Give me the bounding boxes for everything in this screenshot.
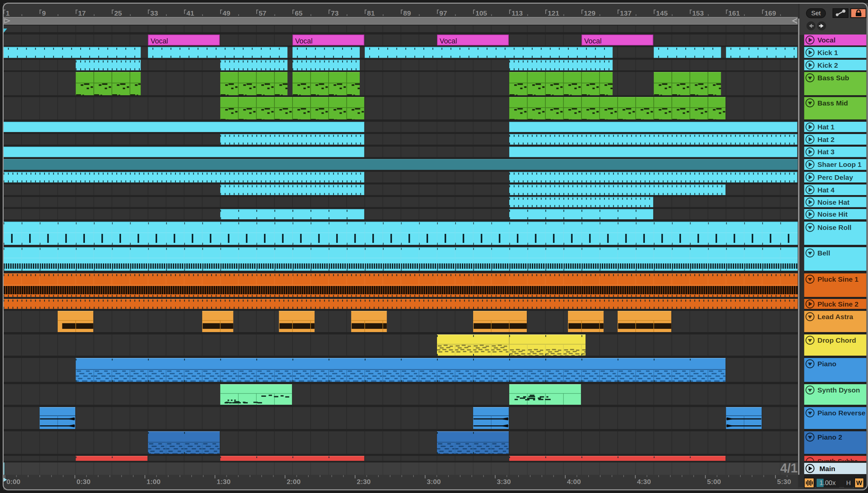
svg-text:Hat 2: Hat 2 xyxy=(818,136,835,143)
svg-text:Piano 2: Piano 2 xyxy=(818,433,843,441)
svg-text:49: 49 xyxy=(223,9,230,17)
svg-text:Hat 3: Hat 3 xyxy=(818,148,835,156)
svg-text:Vocal: Vocal xyxy=(818,36,836,44)
svg-text:105: 105 xyxy=(476,9,487,17)
svg-text:9: 9 xyxy=(42,9,46,17)
svg-text:33: 33 xyxy=(150,9,158,17)
svg-text:Kick 2: Kick 2 xyxy=(818,61,838,69)
svg-text:25: 25 xyxy=(114,9,122,17)
svg-text:0:00: 0:00 xyxy=(7,478,21,485)
svg-text:Hat 1: Hat 1 xyxy=(818,123,835,131)
svg-text:97: 97 xyxy=(439,9,447,17)
svg-text:Shaer Loop 1: Shaer Loop 1 xyxy=(818,160,862,168)
svg-text:Pluck Sine 2: Pluck Sine 2 xyxy=(818,300,859,308)
svg-text:2:00: 2:00 xyxy=(287,478,301,485)
svg-text:17: 17 xyxy=(78,9,86,17)
svg-text:Vocal: Vocal xyxy=(295,37,313,45)
svg-text:121: 121 xyxy=(548,9,559,17)
svg-text:Vocal: Vocal xyxy=(440,37,457,45)
svg-text:H: H xyxy=(846,479,851,486)
svg-text:Kick 1: Kick 1 xyxy=(818,49,838,57)
svg-text:41: 41 xyxy=(186,9,194,17)
svg-text:81: 81 xyxy=(367,9,375,17)
svg-text:1:00: 1:00 xyxy=(146,478,160,485)
svg-text:Synth Dyson: Synth Dyson xyxy=(818,386,860,394)
svg-text:Noise Hat: Noise Hat xyxy=(818,198,850,206)
svg-text:Vocal: Vocal xyxy=(584,37,602,45)
svg-text:65: 65 xyxy=(295,9,303,17)
svg-text:Vocal: Vocal xyxy=(151,37,168,45)
svg-text:5:30: 5:30 xyxy=(777,478,791,485)
svg-text:4:00: 4:00 xyxy=(567,478,581,485)
svg-text:5:00: 5:00 xyxy=(707,478,721,485)
svg-text:1.00x: 1.00x xyxy=(820,479,836,486)
svg-text:153: 153 xyxy=(692,9,704,17)
svg-text:Piano Reverse: Piano Reverse xyxy=(818,409,866,417)
svg-text:Hat 4: Hat 4 xyxy=(818,186,835,194)
svg-text:Bass Sub: Bass Sub xyxy=(818,74,849,82)
svg-text:3:00: 3:00 xyxy=(427,478,441,485)
svg-text:137: 137 xyxy=(620,9,632,17)
svg-text:4:30: 4:30 xyxy=(637,478,651,485)
svg-text:113: 113 xyxy=(511,9,523,17)
svg-text:161: 161 xyxy=(728,9,740,17)
svg-text:Bell: Bell xyxy=(818,249,830,257)
svg-text:Noise Hit: Noise Hit xyxy=(818,210,848,218)
svg-text:Pluck Sine 1: Pluck Sine 1 xyxy=(818,275,859,283)
svg-text:0:30: 0:30 xyxy=(76,478,91,485)
svg-text:Main: Main xyxy=(820,465,836,472)
svg-text:169: 169 xyxy=(764,9,776,17)
svg-text:129: 129 xyxy=(584,9,595,17)
svg-text:57: 57 xyxy=(259,9,266,17)
svg-text:4/1: 4/1 xyxy=(780,461,798,475)
svg-text:3:30: 3:30 xyxy=(497,478,511,485)
svg-text:Set: Set xyxy=(811,9,821,17)
svg-text:Perc Delay: Perc Delay xyxy=(818,173,853,181)
svg-text:89: 89 xyxy=(403,9,411,17)
svg-text:73: 73 xyxy=(331,9,339,17)
svg-text:Drop Chord: Drop Chord xyxy=(818,337,856,344)
svg-text:Bass Mid: Bass Mid xyxy=(818,99,848,107)
svg-text:1: 1 xyxy=(6,9,10,17)
svg-text:145: 145 xyxy=(656,9,668,17)
svg-text:Piano: Piano xyxy=(818,360,837,368)
svg-text:2:30: 2:30 xyxy=(357,478,371,485)
svg-text:W: W xyxy=(856,479,862,486)
svg-text:1:30: 1:30 xyxy=(216,478,230,485)
svg-text:Noise Roll: Noise Roll xyxy=(818,223,852,231)
svg-text:Lead Astra: Lead Astra xyxy=(818,313,853,320)
